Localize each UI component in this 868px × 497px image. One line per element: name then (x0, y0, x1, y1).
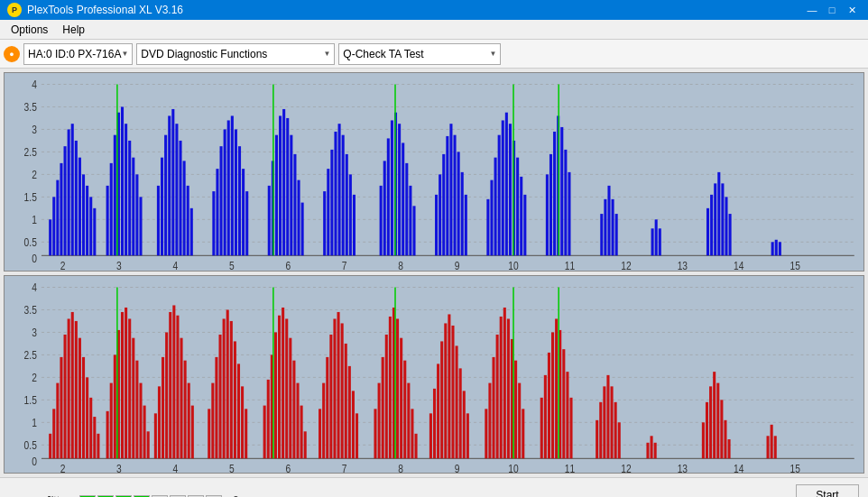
svg-rect-52 (128, 141, 131, 255)
svg-rect-270 (415, 433, 418, 457)
svg-rect-257 (352, 391, 355, 458)
svg-rect-131 (568, 172, 570, 255)
maximize-button[interactable]: □ (823, 2, 841, 18)
svg-rect-113 (465, 195, 467, 255)
svg-rect-149 (779, 242, 781, 255)
svg-rect-199 (89, 397, 92, 457)
svg-text:4: 4 (32, 281, 37, 293)
svg-rect-193 (68, 318, 70, 458)
svg-rect-117 (498, 135, 501, 256)
svg-rect-65 (190, 208, 193, 255)
svg-rect-51 (125, 124, 127, 255)
svg-rect-96 (383, 161, 386, 255)
svg-rect-245 (296, 382, 299, 458)
svg-rect-47 (110, 163, 113, 255)
function-dropdown[interactable]: DVD Diagnostic Functions ▼ (136, 43, 335, 65)
svg-rect-307 (614, 401, 617, 457)
svg-rect-275 (444, 323, 447, 458)
svg-rect-61 (175, 124, 178, 255)
svg-rect-255 (345, 343, 347, 457)
svg-rect-57 (161, 158, 163, 256)
svg-rect-76 (268, 186, 271, 255)
svg-rect-276 (448, 314, 450, 458)
svg-rect-41 (78, 158, 81, 256)
svg-text:2.5: 2.5 (24, 349, 37, 361)
svg-rect-219 (172, 305, 175, 458)
svg-text:2: 2 (32, 169, 37, 180)
svg-rect-120 (509, 124, 512, 255)
svg-rect-218 (169, 311, 171, 457)
minimize-button[interactable]: — (803, 2, 821, 18)
svg-rect-143 (717, 172, 720, 255)
svg-rect-313 (706, 401, 708, 457)
top-chart: 4 3.5 3 2.5 2 1.5 1 0.5 0 2 3 4 5 6 7 8 … (4, 72, 864, 272)
svg-rect-45 (93, 208, 96, 255)
svg-rect-35 (56, 180, 59, 256)
drive-dropdown[interactable]: HA:0 ID:0 PX-716A ▼ (23, 43, 133, 65)
svg-rect-253 (337, 311, 340, 457)
jitter-value: 2 (233, 494, 239, 498)
svg-text:12: 12 (621, 261, 631, 271)
svg-rect-115 (490, 180, 493, 256)
svg-rect-88 (330, 150, 333, 255)
svg-rect-248 (319, 409, 321, 458)
svg-rect-73 (238, 146, 241, 255)
svg-rect-285 (496, 334, 499, 457)
svg-rect-239 (274, 332, 277, 458)
titlebar-controls: — □ ✕ (803, 2, 861, 18)
svg-rect-319 (728, 439, 731, 458)
svg-rect-308 (618, 422, 621, 458)
svg-rect-44 (89, 197, 92, 255)
svg-rect-87 (327, 169, 329, 255)
svg-rect-283 (488, 382, 491, 458)
svg-rect-84 (297, 180, 300, 256)
svg-rect-107 (442, 154, 445, 255)
menu-help[interactable]: Help (55, 22, 92, 38)
function-label: DVD Diagnostic Functions (141, 48, 267, 60)
svg-rect-227 (215, 356, 217, 457)
svg-text:1: 1 (32, 214, 37, 225)
menu-options[interactable]: Options (4, 22, 55, 38)
svg-rect-222 (184, 360, 187, 458)
jitter-label: Jitter: (9, 494, 72, 498)
svg-text:13: 13 (678, 463, 688, 473)
svg-rect-119 (505, 113, 508, 256)
svg-text:1.5: 1.5 (24, 394, 37, 406)
test-dropdown[interactable]: Q-Check TA Test ▼ (338, 43, 501, 65)
svg-rect-86 (323, 191, 326, 255)
svg-rect-133 (604, 199, 606, 255)
svg-rect-215 (158, 386, 161, 458)
close-button[interactable]: ✕ (843, 2, 861, 18)
svg-text:14: 14 (734, 463, 744, 473)
svg-text:10: 10 (508, 463, 518, 473)
svg-rect-56 (157, 186, 160, 255)
svg-rect-95 (380, 186, 383, 255)
svg-rect-320 (767, 436, 770, 458)
svg-rect-242 (285, 318, 288, 458)
svg-rect-287 (503, 307, 506, 457)
svg-rect-188 (49, 433, 51, 457)
svg-rect-311 (654, 442, 657, 457)
svg-rect-146 (729, 214, 732, 255)
svg-rect-318 (724, 419, 726, 457)
start-button[interactable]: Start (796, 484, 859, 498)
svg-rect-132 (600, 214, 603, 255)
svg-rect-212 (143, 405, 146, 458)
svg-rect-267 (403, 360, 406, 458)
svg-rect-230 (226, 309, 229, 458)
svg-rect-109 (449, 124, 452, 255)
svg-rect-92 (346, 154, 348, 255)
svg-rect-302 (596, 419, 598, 457)
svg-rect-114 (486, 199, 489, 255)
svg-rect-303 (599, 401, 602, 457)
svg-text:8: 8 (398, 463, 403, 473)
svg-rect-189 (52, 409, 55, 458)
svg-rect-198 (86, 377, 88, 458)
svg-rect-277 (451, 325, 454, 457)
svg-text:14: 14 (734, 261, 744, 271)
drive-label: HA:0 ID:0 PX-716A (28, 48, 121, 60)
svg-rect-72 (235, 129, 237, 255)
svg-rect-46 (106, 186, 109, 255)
svg-rect-190 (56, 382, 59, 458)
svg-rect-213 (147, 431, 150, 458)
